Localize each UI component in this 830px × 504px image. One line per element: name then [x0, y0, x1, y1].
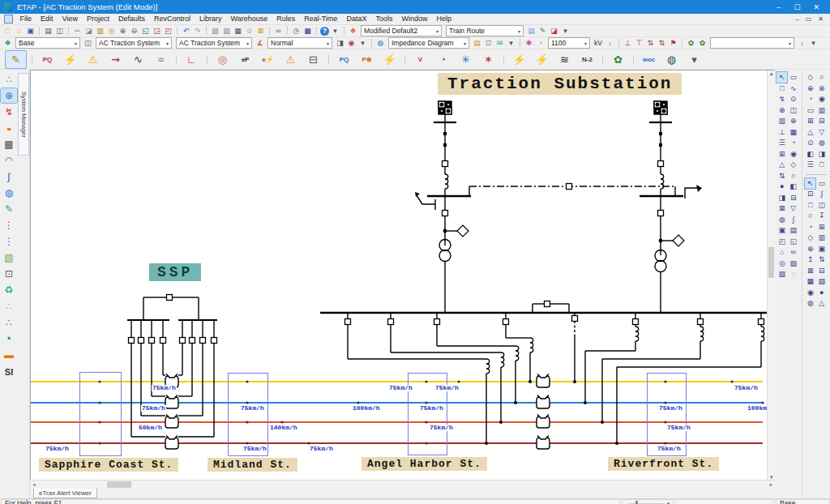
battery-sizing-icon[interactable]: ⊟ — [303, 51, 323, 68]
instrument-element-icon[interactable]: ◫ — [816, 200, 827, 211]
presentation-combo[interactable]: AC Traction System▾ — [96, 37, 172, 49]
horizontal-scrollbar[interactable]: ◂ ▸ — [30, 480, 775, 489]
instrument-element-icon[interactable]: △ — [816, 298, 827, 309]
breaker-symbol[interactable] — [443, 161, 448, 167]
chevron-down-icon[interactable]: ▾ — [246, 41, 249, 46]
scroll-right-icon[interactable]: ▸ — [767, 481, 775, 489]
new-icon[interactable]: □ — [2, 26, 13, 36]
menu-window[interactable]: Window — [397, 14, 432, 24]
maximize-button[interactable]: ☐ — [794, 3, 800, 11]
load-flow-icon[interactable]: PQ — [37, 51, 58, 68]
panel-systems-icon[interactable]: ◎ — [212, 51, 233, 68]
etrax-alert-viewer-tab[interactable]: eTrax Alert Viewer — [33, 489, 97, 498]
power-grid-symbol[interactable] — [439, 101, 451, 114]
study-case-combo[interactable]: Train Route▾ — [446, 25, 524, 36]
instrument-element-icon[interactable]: □ — [805, 200, 815, 211]
utility-feeder-2[interactable] — [640, 101, 702, 313]
menu-project[interactable]: Project — [82, 14, 113, 24]
configuration-combo[interactable]: AC Traction System▾ — [176, 37, 252, 49]
edit-mode-pencil-icon[interactable]: ✎ — [5, 50, 27, 69]
control-system-icon[interactable]: ⋮ — [1, 234, 17, 249]
ssp-network[interactable] — [127, 295, 217, 438]
lock-icon[interactable]: ⊠ — [255, 26, 266, 36]
ac-element-icon[interactable]: ⊠ — [777, 203, 787, 214]
mode-globe-icon[interactable]: ◍ — [375, 38, 386, 48]
sync-2-icon[interactable]: ⊤ — [634, 38, 644, 48]
ac-element-icon[interactable]: ○ — [788, 171, 798, 182]
energy-leaf-icon[interactable]: ✿ — [608, 51, 628, 68]
oneline-canvas[interactable]: Traction Substation SSP Sapphire Coast S… — [31, 70, 772, 480]
instrument-element-icon[interactable]: ▭ — [816, 178, 827, 189]
presentation-icon[interactable]: ◫ — [83, 38, 93, 48]
instrument-element-icon[interactable]: ◍ — [805, 298, 815, 309]
eye-icon[interactable]: ◉ — [346, 38, 357, 48]
ac-control-element-icon[interactable]: ◧ — [805, 149, 815, 160]
menu-datax[interactable]: DataX — [342, 14, 371, 24]
schedule-icon[interactable]: ✱ — [524, 38, 534, 48]
chevron-down-icon[interactable]: ▾ — [327, 41, 329, 46]
transfer-1-icon[interactable]: ⇅ — [645, 38, 656, 48]
zoom-in-plus-icon[interactable]: + — [666, 500, 670, 504]
instrument-element-icon[interactable]: ○ — [805, 211, 815, 221]
underground-raceway-icon[interactable]: ◒ — [1, 121, 17, 135]
overflow-chevron-4-icon[interactable]: ▾ — [506, 38, 516, 48]
ac-control-element-icon[interactable]: △ — [805, 127, 815, 138]
ac-control-element-icon[interactable]: ⊙ — [805, 138, 815, 148]
link-icon[interactable]: ∞ — [273, 26, 284, 36]
cable-ampacity-icon[interactable]: ✎ — [1, 202, 17, 216]
data-revision-icon[interactable]: ❖ — [2, 38, 13, 48]
ac-control-element-icon[interactable]: ▭ — [805, 105, 815, 116]
presentation-b-icon[interactable]: ∴ — [1, 315, 17, 330]
ac-element-icon[interactable]: ◫ — [788, 105, 798, 116]
ac-element-icon[interactable]: ⊗ — [777, 105, 787, 116]
ac-control-element-icon[interactable]: ⊗ — [816, 83, 827, 94]
etap-real-time-icon[interactable]: ◍ — [661, 51, 682, 68]
utility-feeder-1[interactable] — [415, 101, 471, 313]
menu-edit[interactable]: Edit — [36, 14, 58, 24]
print-icon[interactable]: ▤ — [43, 26, 53, 36]
ac-element-icon[interactable]: ↯ — [777, 94, 787, 105]
zoom-in-icon[interactable]: ⊕ — [118, 26, 128, 36]
ac-element-icon[interactable]: ▧ — [788, 258, 798, 269]
zoom-out-minus-icon[interactable]: - — [625, 500, 627, 504]
station-box[interactable] — [647, 373, 687, 456]
status-icon[interactable]: ∡ — [255, 38, 265, 48]
short-circuit-icon[interactable]: ⚡ — [60, 51, 80, 68]
ground-grid-icon[interactable]: ▩ — [1, 137, 17, 152]
chevron-down-icon[interactable]: ▾ — [436, 28, 439, 34]
ac-control-element-icon[interactable]: ○ — [816, 72, 827, 83]
motor-acceleration-icon[interactable]: ⇝ — [105, 51, 126, 68]
chevron-down-icon[interactable]: ▾ — [75, 41, 77, 46]
udm-icon[interactable]: ⊡ — [1, 267, 17, 281]
cut-icon[interactable]: ✂ — [72, 26, 83, 36]
instrument-element-icon[interactable]: ∫ — [816, 189, 827, 199]
ac-element-icon[interactable]: ☰ — [777, 138, 787, 148]
power-grid-symbol[interactable] — [654, 101, 667, 114]
pan-icon[interactable]: ◎ — [106, 26, 117, 36]
dc-arc-flash-icon[interactable]: ⚠ — [280, 51, 301, 68]
help-icon[interactable]: ? — [320, 27, 329, 36]
instrument-element-icon[interactable]: ↥ — [805, 254, 815, 265]
horizontal-scroll-thumb[interactable] — [107, 481, 131, 488]
instrument-element-icon[interactable]: ● — [816, 288, 827, 298]
cable-pulling-icon[interactable]: ◠ — [1, 153, 17, 168]
tie-breaker-symbol[interactable] — [567, 184, 572, 190]
presentation-d-icon[interactable]: ▬ — [1, 348, 17, 362]
unbalanced-lf-icon[interactable]: ±⚡ — [258, 51, 278, 68]
instrument-element-icon[interactable]: ⇅ — [816, 254, 827, 265]
vertical-scroll-thumb[interactable] — [768, 247, 774, 278]
dumpster-icon[interactable]: ♻ — [1, 283, 17, 297]
voltage-combo[interactable]: 1100▾ — [548, 37, 590, 49]
instrument-element-icon[interactable]: ◉ — [805, 288, 815, 298]
mdi-minimize-button[interactable]: – — [795, 15, 798, 23]
instrument-element-icon[interactable]: ◔ — [805, 222, 815, 233]
chevron-down-icon[interactable]: ▾ — [166, 41, 169, 46]
palette-icon[interactable]: ▤ — [526, 26, 537, 36]
instrument-element-icon[interactable]: ⊠ — [805, 266, 815, 276]
energy-2-icon[interactable]: ✿ — [697, 38, 708, 48]
ac-element-icon[interactable]: ⊟ — [788, 193, 798, 203]
ac-control-element-icon[interactable]: ◇ — [805, 72, 815, 83]
presentation-a-icon[interactable]: ∴ — [1, 299, 17, 314]
vertical-scrollbar[interactable]: ▲ ▼ — [767, 70, 775, 480]
chevron-down-icon[interactable]: ▾ — [584, 41, 587, 46]
